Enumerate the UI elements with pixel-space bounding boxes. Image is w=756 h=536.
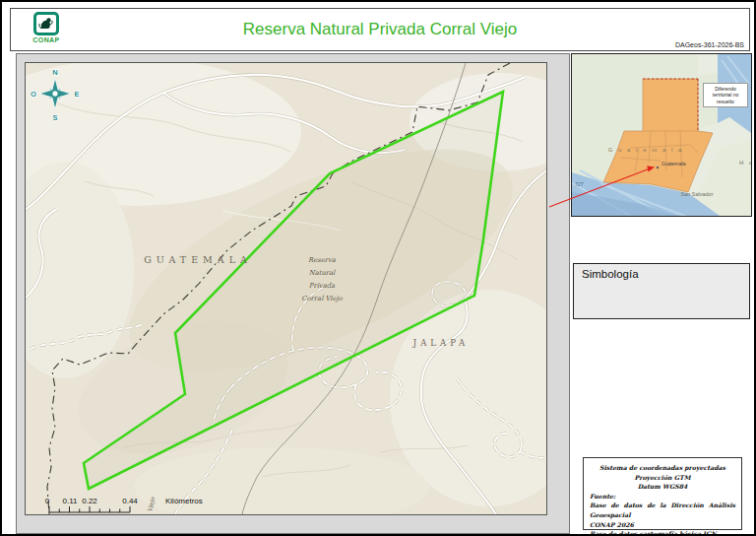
sheet-code: DAGeos-361-2026-BS [675, 41, 744, 48]
scale-tick-022: 0.22 [82, 497, 97, 505]
label-department-jalapa: JALAPA [412, 338, 469, 348]
page-title: Reserva Natural Privada Corral Viejo [11, 9, 749, 49]
credits-line: Base de datos cartografía básica IGN 201… [590, 529, 735, 536]
compass-o: O [31, 90, 36, 99]
credits-line: Sistema de coordenadas proyectadas [590, 463, 735, 473]
scale-tick-011: 0.11 [63, 497, 79, 505]
svg-text:Natural: Natural [309, 269, 336, 277]
inset-territorial-note: Diferendo territorial no resuelto [703, 83, 748, 107]
conap-logo-icon [33, 12, 59, 35]
credits-line: Datum WGS84 [590, 482, 735, 492]
inset-svg: G u a t e m a l a Guatemala San Salvador… [572, 54, 751, 216]
svg-text:Reserva: Reserva [308, 256, 337, 264]
credits-line: CONAP 2026 [590, 520, 735, 530]
scale-unit: Kilómetros [165, 497, 203, 505]
compass-s: S [52, 113, 57, 122]
inset-country-label: G u a t e m a l a [608, 147, 684, 153]
map-sheet: CONAP Reserva Natural Privada Corral Vie… [0, 0, 756, 536]
inset-zone-label: 72T [575, 181, 585, 187]
credits-line: Fuente: [590, 492, 735, 502]
monkey-icon [37, 16, 55, 32]
compass-e: E [74, 90, 79, 99]
scale-tick-044: 0.44 [122, 497, 138, 505]
label-department-guatemala: GUATEMALA [144, 254, 252, 265]
map-canvas: N E S O GUATEMALA JALAPA Reserva Natural… [26, 63, 546, 514]
axis-right [546, 54, 569, 533]
conap-logo-text: CONAP [25, 36, 68, 43]
credits-line: Proyección GTM [590, 473, 735, 483]
svg-text:Privada: Privada [309, 282, 336, 290]
credits-box: Sistema de coordenadas proyectadas Proye… [583, 457, 742, 530]
map-panel: N E S O GUATEMALA JALAPA Reserva Natural… [16, 53, 570, 534]
inset-honduras-label: H o [739, 160, 751, 166]
svg-text:Corral Viejo: Corral Viejo [301, 295, 343, 302]
inset-city-label: Guatemala [662, 161, 686, 167]
conap-logo: CONAP [25, 12, 68, 48]
inset-san-salvador-label: San Salvador [680, 191, 713, 197]
scale-tick-0: 0 [45, 497, 50, 505]
inset-city-dot [657, 167, 660, 169]
axis-bottom [17, 514, 569, 533]
map-svg: N E S O GUATEMALA JALAPA Reserva Natural… [26, 63, 546, 514]
axis-left [17, 54, 26, 533]
legend-box: Simbología [573, 263, 750, 319]
axis-top [17, 54, 569, 63]
header-bar: CONAP Reserva Natural Privada Corral Vie… [10, 8, 750, 51]
legend-title: Simbología [582, 268, 741, 280]
inset-map: G u a t e m a l a Guatemala San Salvador… [571, 53, 752, 217]
credits-line: Base de datos de la Dirección Análisis G… [590, 501, 735, 519]
compass-n: N [52, 68, 57, 77]
